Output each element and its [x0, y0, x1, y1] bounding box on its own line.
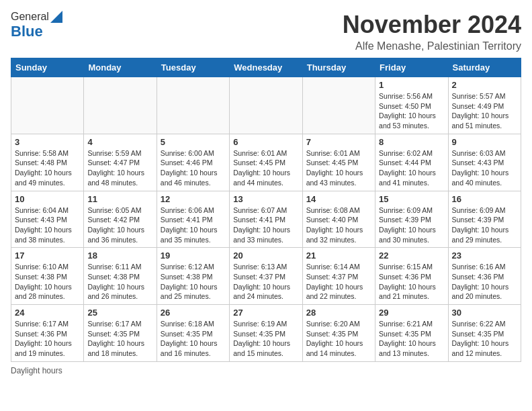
day-number: 15 — [379, 194, 444, 204]
day-info: Sunrise: 6:09 AMSunset: 4:39 PMDaylight:… — [379, 205, 444, 245]
logo: General Blue — [11, 11, 62, 40]
calendar-cell: 12Sunrise: 6:06 AMSunset: 4:41 PMDayligh… — [157, 191, 229, 248]
calendar-cell: 15Sunrise: 6:09 AMSunset: 4:39 PMDayligh… — [375, 191, 448, 248]
calendar-cell: 8Sunrise: 6:02 AMSunset: 4:44 PMDaylight… — [375, 134, 448, 191]
footer-note: Daylight hours — [11, 366, 521, 375]
calendar-cell: 3Sunrise: 5:58 AMSunset: 4:48 PMDaylight… — [11, 134, 84, 191]
calendar-cell: 25Sunrise: 6:17 AMSunset: 4:35 PMDayligh… — [84, 305, 157, 362]
day-info: Sunrise: 6:04 AMSunset: 4:43 PMDaylight:… — [15, 205, 80, 245]
day-info: Sunrise: 6:14 AMSunset: 4:37 PMDaylight:… — [306, 262, 371, 302]
calendar-cell: 29Sunrise: 6:21 AMSunset: 4:35 PMDayligh… — [375, 305, 448, 362]
logo-blue-text: Blue — [11, 23, 43, 40]
day-info: Sunrise: 6:00 AMSunset: 4:46 PMDaylight:… — [161, 148, 226, 188]
calendar-cell: 1Sunrise: 5:56 AMSunset: 4:50 PMDaylight… — [375, 77, 448, 134]
calendar-cell: 13Sunrise: 6:07 AMSunset: 4:41 PMDayligh… — [230, 191, 302, 248]
day-number: 14 — [306, 194, 371, 204]
day-number: 26 — [161, 308, 226, 318]
day-number: 8 — [379, 137, 444, 147]
day-info: Sunrise: 6:12 AMSunset: 4:38 PMDaylight:… — [161, 262, 226, 302]
calendar-weekday-header: Wednesday — [230, 58, 302, 77]
day-number: 17 — [15, 250, 80, 261]
calendar-cell — [11, 77, 84, 134]
calendar-cell: 28Sunrise: 6:20 AMSunset: 4:35 PMDayligh… — [302, 305, 375, 362]
day-info: Sunrise: 6:13 AMSunset: 4:37 PMDaylight:… — [233, 262, 298, 302]
day-info: Sunrise: 6:01 AMSunset: 4:45 PMDaylight:… — [306, 148, 371, 188]
day-info: Sunrise: 6:19 AMSunset: 4:35 PMDaylight:… — [233, 319, 298, 359]
calendar-cell: 10Sunrise: 6:04 AMSunset: 4:43 PMDayligh… — [11, 191, 84, 248]
calendar-cell: 16Sunrise: 6:09 AMSunset: 4:39 PMDayligh… — [448, 191, 521, 248]
day-number: 22 — [379, 250, 444, 261]
day-number: 7 — [306, 137, 371, 147]
day-number: 16 — [452, 194, 517, 204]
svg-marker-0 — [50, 11, 62, 23]
title-block: November 2024 Alfe Menashe, Palestinian … — [343, 11, 521, 52]
day-number: 9 — [452, 137, 517, 147]
day-number: 24 — [15, 308, 80, 318]
calendar-cell: 7Sunrise: 6:01 AMSunset: 4:45 PMDaylight… — [302, 134, 375, 191]
day-number: 27 — [233, 308, 298, 318]
calendar-weekday-header: Friday — [375, 58, 448, 77]
day-info: Sunrise: 6:22 AMSunset: 4:35 PMDaylight:… — [452, 319, 517, 359]
day-number: 3 — [15, 137, 80, 147]
day-info: Sunrise: 6:01 AMSunset: 4:45 PMDaylight:… — [233, 148, 298, 188]
calendar-cell: 24Sunrise: 6:17 AMSunset: 4:36 PMDayligh… — [11, 305, 84, 362]
day-number: 21 — [306, 250, 371, 261]
day-info: Sunrise: 6:18 AMSunset: 4:35 PMDaylight:… — [161, 319, 226, 359]
day-info: Sunrise: 6:20 AMSunset: 4:35 PMDaylight:… — [306, 319, 371, 359]
calendar-cell: 2Sunrise: 5:57 AMSunset: 4:49 PMDaylight… — [448, 77, 521, 134]
day-number: 4 — [87, 137, 152, 147]
day-info: Sunrise: 6:02 AMSunset: 4:44 PMDaylight:… — [379, 148, 444, 188]
day-number: 18 — [87, 250, 152, 261]
day-info: Sunrise: 6:09 AMSunset: 4:39 PMDaylight:… — [452, 205, 517, 245]
calendar-cell: 5Sunrise: 6:00 AMSunset: 4:46 PMDaylight… — [157, 134, 229, 191]
calendar-cell: 26Sunrise: 6:18 AMSunset: 4:35 PMDayligh… — [157, 305, 229, 362]
day-info: Sunrise: 6:06 AMSunset: 4:41 PMDaylight:… — [161, 205, 226, 245]
day-info: Sunrise: 6:16 AMSunset: 4:36 PMDaylight:… — [452, 262, 517, 302]
day-number: 12 — [161, 194, 226, 204]
location-title: Alfe Menashe, Palestinian Territory — [343, 40, 521, 52]
day-info: Sunrise: 6:07 AMSunset: 4:41 PMDaylight:… — [233, 205, 298, 245]
logo-triangle-icon — [50, 11, 62, 23]
calendar-cell — [230, 77, 302, 134]
calendar-cell: 19Sunrise: 6:12 AMSunset: 4:38 PMDayligh… — [157, 248, 229, 305]
month-title: November 2024 — [343, 11, 521, 39]
day-number: 13 — [233, 194, 298, 204]
calendar-weekday-header: Tuesday — [157, 58, 229, 77]
day-number: 2 — [452, 80, 517, 90]
day-info: Sunrise: 5:56 AMSunset: 4:50 PMDaylight:… — [379, 91, 444, 131]
calendar-cell: 11Sunrise: 6:05 AMSunset: 4:42 PMDayligh… — [84, 191, 157, 248]
calendar-weekday-header: Thursday — [302, 58, 375, 77]
calendar-header-row: SundayMondayTuesdayWednesdayThursdayFrid… — [11, 58, 521, 77]
day-number: 6 — [233, 137, 298, 147]
calendar-cell: 6Sunrise: 6:01 AMSunset: 4:45 PMDaylight… — [230, 134, 302, 191]
calendar-cell — [157, 77, 229, 134]
day-number: 5 — [161, 137, 226, 147]
calendar-cell: 14Sunrise: 6:08 AMSunset: 4:40 PMDayligh… — [302, 191, 375, 248]
calendar-week-row: 3Sunrise: 5:58 AMSunset: 4:48 PMDaylight… — [11, 134, 521, 191]
calendar-weekday-header: Monday — [84, 58, 157, 77]
calendar-week-row: 1Sunrise: 5:56 AMSunset: 4:50 PMDaylight… — [11, 77, 521, 134]
calendar-cell: 4Sunrise: 5:59 AMSunset: 4:47 PMDaylight… — [84, 134, 157, 191]
calendar-cell: 20Sunrise: 6:13 AMSunset: 4:37 PMDayligh… — [230, 248, 302, 305]
calendar-cell: 21Sunrise: 6:14 AMSunset: 4:37 PMDayligh… — [302, 248, 375, 305]
day-info: Sunrise: 6:21 AMSunset: 4:35 PMDaylight:… — [379, 319, 444, 359]
day-info: Sunrise: 5:58 AMSunset: 4:48 PMDaylight:… — [15, 148, 80, 188]
day-number: 25 — [87, 308, 152, 318]
day-info: Sunrise: 6:03 AMSunset: 4:43 PMDaylight:… — [452, 148, 517, 188]
calendar-cell: 23Sunrise: 6:16 AMSunset: 4:36 PMDayligh… — [448, 248, 521, 305]
calendar-week-row: 24Sunrise: 6:17 AMSunset: 4:36 PMDayligh… — [11, 305, 521, 362]
calendar-table: SundayMondayTuesdayWednesdayThursdayFrid… — [11, 58, 521, 362]
day-number: 1 — [379, 80, 444, 90]
day-info: Sunrise: 6:05 AMSunset: 4:42 PMDaylight:… — [87, 205, 152, 245]
calendar-cell: 30Sunrise: 6:22 AMSunset: 4:35 PMDayligh… — [448, 305, 521, 362]
calendar-cell — [84, 77, 157, 134]
day-info: Sunrise: 6:15 AMSunset: 4:36 PMDaylight:… — [379, 262, 444, 302]
calendar-cell: 27Sunrise: 6:19 AMSunset: 4:35 PMDayligh… — [230, 305, 302, 362]
day-info: Sunrise: 6:17 AMSunset: 4:36 PMDaylight:… — [15, 319, 80, 359]
logo-general-text: General — [11, 11, 49, 23]
calendar-cell: 9Sunrise: 6:03 AMSunset: 4:43 PMDaylight… — [448, 134, 521, 191]
day-info: Sunrise: 6:11 AMSunset: 4:38 PMDaylight:… — [87, 262, 152, 302]
day-number: 11 — [87, 194, 152, 204]
day-info: Sunrise: 6:10 AMSunset: 4:38 PMDaylight:… — [15, 262, 80, 302]
calendar-cell: 22Sunrise: 6:15 AMSunset: 4:36 PMDayligh… — [375, 248, 448, 305]
